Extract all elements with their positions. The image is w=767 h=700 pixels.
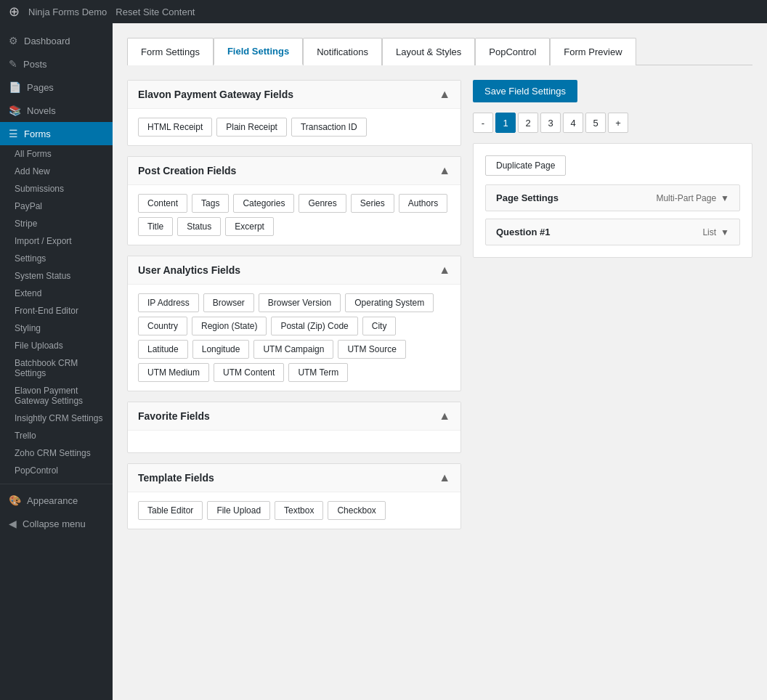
field-group-collapse-user-analytics[interactable]: ▲ xyxy=(439,264,450,277)
field-btn-content[interactable]: Content xyxy=(138,194,187,213)
page-next-button[interactable]: + xyxy=(608,113,628,133)
field-btn-genres[interactable]: Genres xyxy=(299,194,346,213)
field-btn-table-editor[interactable]: Table Editor xyxy=(138,501,203,520)
field-btn-operating-system[interactable]: Operating System xyxy=(345,293,434,312)
posts-icon: ✎ xyxy=(9,58,17,70)
sidebar-item-dashboard[interactable]: ⚙ Dashboard xyxy=(0,29,113,52)
sidebar: ⚙ Dashboard ✎ Posts 📄 Pages 📚 Novels ☰ F… xyxy=(0,23,113,700)
field-group-collapse-favorite-fields[interactable]: ▲ xyxy=(439,410,450,423)
field-btn-region-state[interactable]: Region (State) xyxy=(192,317,267,335)
field-btn-utm-medium[interactable]: UTM Medium xyxy=(138,363,209,382)
field-btn-browser[interactable]: Browser xyxy=(203,293,254,312)
field-btn-authors[interactable]: Authors xyxy=(399,194,447,213)
field-btn-status[interactable]: Status xyxy=(177,217,221,236)
field-btn-plain-receipt[interactable]: Plain Receipt xyxy=(216,118,287,137)
appearance-icon: 🎨 xyxy=(9,495,21,506)
field-btn-title[interactable]: Title xyxy=(138,217,173,236)
field-btn-categories[interactable]: Categories xyxy=(233,194,294,213)
duplicate-page-button[interactable]: Duplicate Page xyxy=(485,155,566,176)
field-btn-textbox[interactable]: Textbox xyxy=(275,501,323,520)
field-group-favorite-fields: Favorite Fields▲ xyxy=(127,402,461,453)
field-btn-utm-content[interactable]: UTM Content xyxy=(214,363,284,382)
page-2-button[interactable]: 2 xyxy=(518,113,538,133)
page-settings-label: Page Settings xyxy=(496,192,559,203)
field-btn-utm-campaign[interactable]: UTM Campaign xyxy=(253,340,333,359)
sidebar-subitem-system-status[interactable]: System Status xyxy=(0,267,113,285)
field-btn-tags[interactable]: Tags xyxy=(192,194,229,213)
sidebar-item-forms[interactable]: ☰ Forms xyxy=(0,122,113,145)
sidebar-subitem-import-export[interactable]: Import / Export xyxy=(0,232,113,250)
field-btn-excerpt[interactable]: Excerpt xyxy=(225,217,274,236)
page-1-button[interactable]: 1 xyxy=(495,113,516,133)
field-group-header-favorite-fields: Favorite Fields▲ xyxy=(128,402,460,431)
field-group-collapse-post-creation[interactable]: ▲ xyxy=(439,164,450,177)
tabs-bar: Form Settings Field Settings Notificatio… xyxy=(127,38,752,65)
sidebar-subitem-popcontrol[interactable]: PopControl xyxy=(0,462,113,479)
field-group-collapse-elavon[interactable]: ▲ xyxy=(439,88,450,101)
field-btn-utm-term[interactable]: UTM Term xyxy=(288,363,348,382)
sidebar-subitem-trello[interactable]: Trello xyxy=(0,427,113,444)
question-value: List xyxy=(702,227,716,237)
field-btn-file-upload[interactable]: File Upload xyxy=(207,501,270,520)
field-btn-longitude[interactable]: Longitude xyxy=(192,340,250,359)
sidebar-item-pages[interactable]: 📄 Pages xyxy=(0,76,113,99)
field-btn-checkbox[interactable]: Checkbox xyxy=(328,501,385,520)
page-prev-button[interactable]: - xyxy=(473,113,493,133)
field-btn-ip-address[interactable]: IP Address xyxy=(138,293,199,312)
page-4-button[interactable]: 4 xyxy=(563,113,583,133)
field-btn-series[interactable]: Series xyxy=(351,194,394,213)
page-3-button[interactable]: 3 xyxy=(540,113,561,133)
question-row: Question #1 List ▼ xyxy=(485,219,740,245)
sidebar-subitem-styling[interactable]: Styling xyxy=(0,320,113,337)
tab-notifications[interactable]: Notifications xyxy=(303,38,382,65)
sidebar-item-novels[interactable]: 📚 Novels xyxy=(0,99,113,122)
tab-form-settings[interactable]: Form Settings xyxy=(127,38,214,65)
sidebar-subitem-settings[interactable]: Settings xyxy=(0,250,113,267)
field-group-title-post-creation: Post Creation Fields xyxy=(138,165,236,176)
save-field-settings-button[interactable]: Save Field Settings xyxy=(473,80,577,102)
field-btn-browser-version[interactable]: Browser Version xyxy=(259,293,341,312)
sidebar-subitem-add-new[interactable]: Add New xyxy=(0,163,113,180)
sidebar-item-appearance[interactable]: 🎨 Appearance xyxy=(0,489,113,512)
sidebar-subitem-zoho-crm[interactable]: Zoho CRM Settings xyxy=(0,444,113,462)
tab-field-settings[interactable]: Field Settings xyxy=(214,38,303,65)
page-5-button[interactable]: 5 xyxy=(585,113,606,133)
sidebar-divider xyxy=(0,484,113,484)
field-btn-latitude[interactable]: Latitude xyxy=(138,340,188,359)
sidebar-subitem-front-end-editor[interactable]: Front-End Editor xyxy=(0,302,113,320)
dashboard-icon: ⚙ xyxy=(9,35,18,46)
page-settings-dropdown-icon[interactable]: ▼ xyxy=(721,193,729,203)
sidebar-subitem-file-uploads[interactable]: File Uploads xyxy=(0,337,113,354)
sidebar-subitem-paypal[interactable]: PayPal xyxy=(0,198,113,215)
field-btn-transaction-id[interactable]: Transaction ID xyxy=(291,118,367,137)
sidebar-subitem-insightly-crm[interactable]: Insightly CRM Settings xyxy=(0,410,113,427)
sidebar-item-label: Dashboard xyxy=(24,36,70,46)
sidebar-subitem-submissions[interactable]: Submissions xyxy=(0,180,113,198)
sidebar-subitem-elavon-payment[interactable]: Elavon Payment Gateway Settings xyxy=(0,382,113,410)
forms-icon: ☰ xyxy=(9,128,18,139)
sidebar-subitem-all-forms[interactable]: All Forms xyxy=(0,145,113,163)
admin-bar: ⊕ Ninja Forms Demo Reset Site Content xyxy=(0,0,767,23)
reset-site-content-link[interactable]: Reset Site Content xyxy=(115,7,195,17)
tab-form-preview[interactable]: Form Preview xyxy=(550,38,636,65)
sidebar-item-collapse-menu[interactable]: ◀ Collapse menu xyxy=(0,512,113,535)
sidebar-item-posts[interactable]: ✎ Posts xyxy=(0,52,113,76)
sidebar-subitem-extend[interactable]: Extend xyxy=(0,285,113,302)
field-btn-postal-zip-code[interactable]: Postal (Zip) Code xyxy=(271,317,357,335)
field-group-title-favorite-fields: Favorite Fields xyxy=(138,410,210,422)
sidebar-subitem-stripe[interactable]: Stripe xyxy=(0,215,113,232)
field-btn-utm-source[interactable]: UTM Source xyxy=(338,340,405,359)
question-dropdown-icon[interactable]: ▼ xyxy=(721,227,729,237)
field-btn-html-receipt[interactable]: HTML Receipt xyxy=(138,118,212,137)
pages-icon: 📄 xyxy=(9,81,21,93)
tab-layout-styles[interactable]: Layout & Styles xyxy=(382,38,475,65)
sidebar-item-label: Appearance xyxy=(27,495,78,506)
tab-popcontrol[interactable]: PopControl xyxy=(475,38,550,65)
sidebar-item-label: Posts xyxy=(23,59,47,70)
sidebar-item-label: Novels xyxy=(27,105,56,116)
field-btn-country[interactable]: Country xyxy=(138,317,187,335)
field-group-collapse-template-fields[interactable]: ▲ xyxy=(439,471,450,484)
field-btn-city[interactable]: City xyxy=(362,317,397,335)
question-right: List ▼ xyxy=(702,227,729,237)
sidebar-subitem-batchbook-crm[interactable]: Batchbook CRM Settings xyxy=(0,354,113,382)
